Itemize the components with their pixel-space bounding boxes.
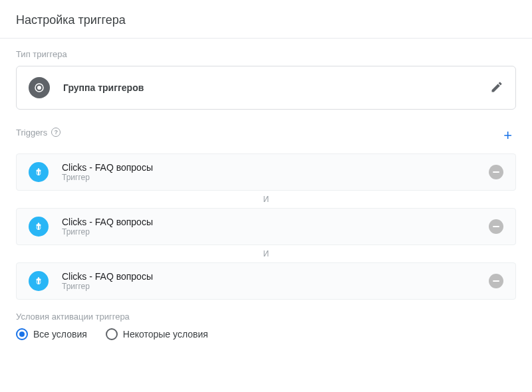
connector-label: И — [16, 191, 516, 208]
condition-all-radio[interactable]: Все условия — [16, 328, 87, 340]
trigger-name: Clicks - FAQ вопросы — [62, 271, 475, 282]
trigger-sublabel: Триггер — [62, 227, 475, 237]
click-icon — [29, 217, 49, 237]
trigger-type-card[interactable]: Группа триггеров — [16, 66, 516, 110]
page-title: Настройка триггера — [16, 13, 516, 27]
click-icon — [29, 271, 49, 291]
radio-icon — [16, 328, 28, 340]
connector-label: И — [16, 245, 516, 262]
condition-some-radio[interactable]: Некоторые условия — [106, 328, 208, 340]
trigger-sublabel: Триггер — [62, 173, 475, 182]
svg-point-1 — [37, 86, 41, 90]
conditions-radio-group: Все условия Некоторые условия — [16, 328, 516, 340]
add-trigger-button[interactable]: + — [499, 126, 516, 146]
trigger-name: Clicks - FAQ вопросы — [62, 162, 475, 173]
trigger-row[interactable]: Clicks - FAQ вопросыТриггер — [16, 262, 516, 300]
help-icon[interactable]: ? — [51, 128, 61, 137]
trigger-group-icon — [29, 77, 50, 98]
edit-type-button[interactable] — [490, 80, 503, 96]
trigger-row[interactable]: Clicks - FAQ вопросыТриггер — [16, 153, 516, 191]
conditions-label: Условия активации триггера — [16, 312, 516, 322]
remove-trigger-button[interactable] — [489, 219, 503, 234]
remove-trigger-button[interactable] — [489, 165, 503, 179]
svg-rect-6 — [38, 278, 39, 280]
svg-rect-4 — [38, 223, 39, 225]
radio-icon — [106, 328, 118, 340]
trigger-row[interactable]: Clicks - FAQ вопросыТриггер — [16, 208, 516, 245]
trigger-type-label: Тип триггера — [16, 49, 516, 59]
radio-label: Некоторые условия — [123, 329, 208, 340]
triggers-label: Triggers ? — [16, 128, 61, 138]
click-icon — [29, 162, 49, 182]
remove-trigger-button[interactable] — [489, 274, 503, 288]
trigger-sublabel: Триггер — [62, 282, 475, 291]
trigger-name: Clicks - FAQ вопросы — [62, 217, 475, 227]
radio-label: Все условия — [33, 329, 87, 340]
svg-rect-2 — [38, 169, 39, 171]
trigger-type-value: Группа триггеров — [63, 82, 144, 93]
